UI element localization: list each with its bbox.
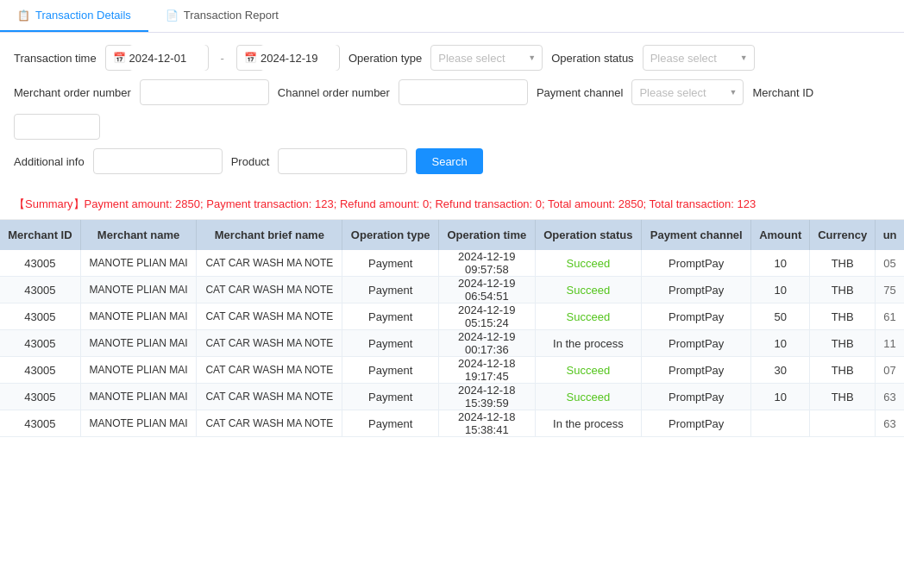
cell-operation-type: Payment xyxy=(342,357,439,384)
cell-payment-channel: PromptPay xyxy=(642,384,751,410)
date-to-wrapper: 📅 xyxy=(236,45,340,71)
cell-operation-time: 2024-12-1900:17:36 xyxy=(439,330,536,357)
cell-operation-time: 2024-12-1909:57:58 xyxy=(439,250,536,277)
summary-bar: 【Summary】Payment amount: 2850; Payment t… xyxy=(0,190,904,220)
calendar-icon-to: 📅 xyxy=(244,52,257,64)
transaction-details-icon: 📋 xyxy=(17,9,30,22)
date-separator: - xyxy=(221,52,224,65)
operation-status-select[interactable]: Please select xyxy=(643,45,755,71)
cell-payment-channel: PromptPay xyxy=(642,250,751,277)
additional-info-input[interactable] xyxy=(93,148,223,174)
cell-merchant-brief-name: CAT CAR WASH MA NOTE xyxy=(197,384,342,410)
channel-order-input[interactable] xyxy=(399,79,528,105)
payment-channel-wrapper: Please select xyxy=(631,79,744,105)
cell-currency xyxy=(810,410,876,437)
cell-merchant-name: MANOTE PLIAN MAI xyxy=(80,384,196,410)
cell-operation-status: Succeed xyxy=(535,384,641,410)
additional-info-label: Additional info xyxy=(14,155,85,168)
cell-operation-status: Succeed xyxy=(535,277,641,303)
cell-amount xyxy=(751,410,810,437)
operation-status-label: Operation status xyxy=(551,52,633,65)
cell-un: 07 xyxy=(876,357,904,384)
table-container: Merchant ID Merchant name Merchant brief… xyxy=(0,220,904,437)
cell-operation-time: 2024-12-1819:17:45 xyxy=(439,357,536,384)
cell-payment-channel: PromptPay xyxy=(642,330,751,357)
cell-merchant-brief-name: CAT CAR WASH MA NOTE xyxy=(197,410,342,437)
col-currency: Currency xyxy=(810,220,876,250)
app-container: 📋 Transaction Details 📄 Transaction Repo… xyxy=(0,0,904,588)
col-merchant-name: Merchant name xyxy=(80,220,196,250)
cell-operation-time: 2024-12-1906:54:51 xyxy=(439,277,536,303)
table-header-row: Merchant ID Merchant name Merchant brief… xyxy=(0,220,904,250)
cell-un: 63 xyxy=(876,384,904,410)
cell-merchant-name: MANOTE PLIAN MAI xyxy=(80,303,196,330)
cell-operation-type: Payment xyxy=(342,277,439,303)
transaction-report-icon: 📄 xyxy=(166,9,179,22)
cell-payment-channel: PromptPay xyxy=(642,410,751,437)
cell-merchant-id: 43005 xyxy=(0,384,80,410)
table-row: 43005 MANOTE PLIAN MAI CAT CAR WASH MA N… xyxy=(0,384,904,410)
product-label: Product xyxy=(231,155,270,168)
cell-amount: 10 xyxy=(751,277,810,303)
cell-operation-type: Payment xyxy=(342,250,439,277)
search-button[interactable]: Search xyxy=(416,148,482,174)
cell-operation-time: 2024-12-1815:38:41 xyxy=(439,410,536,437)
table-row: 43005 MANOTE PLIAN MAI CAT CAR WASH MA N… xyxy=(0,277,904,303)
cell-operation-time: 2024-12-1815:39:59 xyxy=(439,384,536,410)
table-row: 43005 MANOTE PLIAN MAI CAT CAR WASH MA N… xyxy=(0,330,904,357)
cell-currency: THB xyxy=(810,330,876,357)
transaction-time-label: Transaction time xyxy=(14,52,97,65)
date-to-input[interactable] xyxy=(261,45,338,71)
col-operation-status: Operation status xyxy=(535,220,641,250)
col-operation-time: Operation time xyxy=(439,220,536,250)
cell-merchant-id: 43005 xyxy=(0,303,80,330)
col-payment-channel: Payment channel xyxy=(642,220,751,250)
payment-channel-select[interactable]: Please select xyxy=(631,79,744,105)
cell-currency: THB xyxy=(810,303,876,330)
cell-amount: 30 xyxy=(751,357,810,384)
operation-type-select[interactable]: Please select xyxy=(430,45,543,71)
cell-merchant-brief-name: CAT CAR WASH MA NOTE xyxy=(197,303,342,330)
cell-currency: THB xyxy=(810,384,876,410)
cell-merchant-id: 43005 xyxy=(0,357,80,384)
col-merchant-id: Merchant ID xyxy=(0,220,80,250)
operation-status-wrapper: Please select xyxy=(643,45,755,71)
cell-merchant-id: 43005 xyxy=(0,277,80,303)
product-input[interactable] xyxy=(278,148,407,174)
cell-operation-time: 2024-12-1905:15:24 xyxy=(439,303,536,330)
summary-text: 【Summary】Payment amount: 2850; Payment t… xyxy=(14,197,756,210)
operation-type-label: Operation type xyxy=(348,52,422,65)
cell-merchant-brief-name: CAT CAR WASH MA NOTE xyxy=(197,250,342,277)
cell-merchant-name: MANOTE PLIAN MAI xyxy=(80,277,196,303)
date-from-input[interactable] xyxy=(129,45,207,71)
cell-payment-channel: PromptPay xyxy=(642,277,751,303)
cell-operation-status: Succeed xyxy=(535,250,641,277)
cell-merchant-brief-name: CAT CAR WASH MA NOTE xyxy=(197,357,342,384)
cell-currency: THB xyxy=(810,250,876,277)
cell-payment-channel: PromptPay xyxy=(642,303,751,330)
table-row: 43005 MANOTE PLIAN MAI CAT CAR WASH MA N… xyxy=(0,357,904,384)
payment-channel-label: Payment channel xyxy=(537,86,623,99)
merchant-order-input[interactable] xyxy=(140,79,269,105)
tab-transaction-report[interactable]: 📄 Transaction Report xyxy=(148,0,296,32)
cell-operation-status: Succeed xyxy=(535,303,641,330)
cell-amount: 10 xyxy=(751,250,810,277)
cell-amount: 50 xyxy=(751,303,810,330)
filter-row-3: Additional info Product Search xyxy=(14,148,890,174)
cell-merchant-brief-name: CAT CAR WASH MA NOTE xyxy=(197,277,342,303)
merchant-id-input[interactable] xyxy=(14,114,100,140)
cell-merchant-id: 43005 xyxy=(0,330,80,357)
col-amount: Amount xyxy=(751,220,810,250)
cell-operation-type: Payment xyxy=(342,410,439,437)
cell-merchant-id: 43005 xyxy=(0,410,80,437)
cell-operation-type: Payment xyxy=(342,330,439,357)
cell-operation-type: Payment xyxy=(342,303,439,330)
cell-merchant-name: MANOTE PLIAN MAI xyxy=(80,357,196,384)
cell-merchant-brief-name: CAT CAR WASH MA NOTE xyxy=(197,330,342,357)
filter-area: Transaction time 📅 - 📅 Operation type Pl… xyxy=(0,33,904,190)
operation-type-wrapper: Please select xyxy=(430,45,543,71)
merchant-order-label: Merchant order number xyxy=(14,86,131,99)
tab-transaction-details[interactable]: 📋 Transaction Details xyxy=(0,0,148,32)
cell-operation-type: Payment xyxy=(342,384,439,410)
cell-payment-channel: PromptPay xyxy=(642,357,751,384)
